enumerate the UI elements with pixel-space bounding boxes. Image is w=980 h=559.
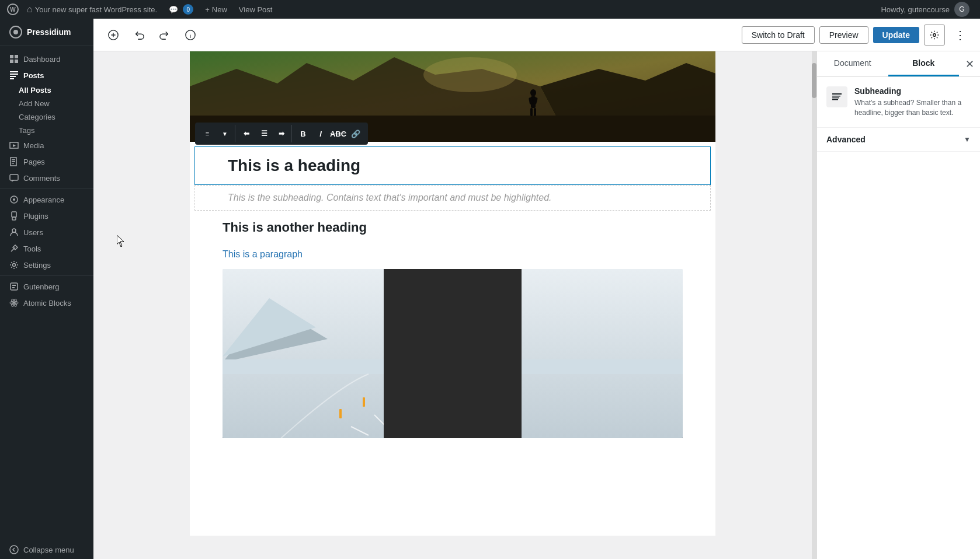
comments-icon [9, 173, 19, 183]
sidebar-item-plugins[interactable]: Plugins [0, 208, 93, 224]
undo-button[interactable] [128, 25, 150, 46]
paragraph-block[interactable]: This is a paragraph [190, 244, 715, 264]
align-dropdown-button[interactable]: ▼ [216, 125, 234, 142]
info-button[interactable]: i [180, 25, 201, 46]
sidebar-item-label: Atomic Blocks [23, 299, 71, 308]
pages-icon [9, 157, 19, 166]
sidebar-item-tools[interactable]: Tools [0, 240, 93, 257]
text-align-group: ⬅ ☰ ➡ [237, 125, 292, 142]
subheading-icon [831, 91, 843, 103]
editor-toolbar: i Switch to Draft Preview Update ⋮ [93, 19, 980, 51]
svg-rect-6 [10, 60, 13, 63]
italic-button[interactable]: I [312, 125, 329, 142]
align-center-button[interactable]: ☰ [255, 125, 273, 142]
advanced-section-title: Advanced [826, 135, 866, 144]
svg-rect-47 [530, 108, 533, 116]
more-options-button[interactable]: ⋮ [950, 25, 971, 46]
sidebar-item-comments[interactable]: Comments [0, 170, 93, 186]
sidebar-item-gutenberg[interactable]: Gutenberg [0, 278, 93, 295]
strikethrough-button[interactable]: ABC [329, 125, 347, 142]
align-right-button[interactable]: ➡ [273, 125, 290, 142]
sidebar-item-atomic-blocks[interactable]: Atomic Blocks [0, 295, 93, 311]
sidebar-item-label: Tools [23, 244, 41, 253]
sidebar-subitem-add-new[interactable]: Add New [0, 97, 93, 110]
svg-point-33 [10, 546, 18, 554]
svg-rect-22 [12, 212, 16, 217]
site-name-link[interactable]: ⌂ Your new super fast WordPress site. [21, 0, 163, 19]
sidebar-subitem-tags[interactable]: Tags [0, 124, 93, 137]
bold-button[interactable]: B [294, 125, 312, 142]
panel-close-button[interactable]: ✕ [959, 54, 980, 75]
view-post-link[interactable]: View Post [233, 0, 279, 19]
right-panel-scroll: Subheading What's a subhead? Smaller tha… [817, 77, 980, 559]
sidebar-collapse-button[interactable]: Collapse menu [0, 540, 93, 559]
sidebar-item-label: Media [23, 141, 44, 150]
scrollbar-thumb[interactable] [812, 63, 816, 98]
subheading-placeholder: This is the subheading. Contains text th… [228, 193, 552, 202]
align-left-button[interactable]: ≡ [199, 125, 216, 142]
svg-rect-48 [534, 108, 536, 116]
svg-rect-18 [10, 174, 18, 180]
sidebar-item-label: Comments [23, 174, 60, 183]
svg-rect-63 [439, 400, 441, 410]
new-content-link[interactable]: + New [199, 0, 233, 19]
users-icon [9, 228, 19, 237]
svg-point-3 [13, 30, 18, 34]
editor-scrollbar[interactable] [812, 51, 816, 559]
user-greeting[interactable]: Howdy, gutencourse G [875, 2, 975, 17]
tools-icon [9, 244, 19, 253]
add-block-button[interactable] [103, 25, 124, 46]
sidebar-item-settings[interactable]: Settings [0, 257, 93, 273]
heading-block-2[interactable]: This is another heading [190, 211, 715, 244]
sidebar-item-dashboard[interactable]: Dashboard [0, 51, 93, 67]
svg-rect-8 [10, 71, 18, 72]
block-info-text: Subheading What's a subhead? Smaller tha… [854, 86, 971, 118]
svg-text:W: W [10, 6, 16, 13]
tab-document[interactable]: Document [817, 51, 888, 76]
svg-rect-4 [10, 55, 13, 58]
plugins-icon [9, 211, 19, 221]
sidebar-subitem-all-posts[interactable]: All Posts [0, 83, 93, 97]
svg-point-24 [12, 229, 16, 232]
add-icon [108, 30, 119, 40]
svg-rect-28 [12, 287, 15, 288]
svg-marker-13 [13, 144, 16, 147]
sidebar-subitem-categories[interactable]: Categories [0, 110, 93, 124]
svg-line-58 [389, 400, 395, 409]
avatar: G [954, 2, 969, 17]
appearance-icon [9, 195, 19, 204]
preview-button[interactable]: Preview [819, 26, 868, 44]
sidebar-item-appearance[interactable]: Appearance [0, 191, 93, 208]
svg-rect-5 [15, 55, 18, 58]
format-toolbar: ≡ ▼ ⬅ ☰ ➡ B I ABC [195, 123, 368, 145]
align-left-text-button[interactable]: ⬅ [238, 125, 255, 142]
redo-button[interactable] [154, 25, 175, 46]
sidebar-item-label: Dashboard [23, 55, 61, 64]
undo-icon [134, 30, 144, 40]
settings-button[interactable] [924, 25, 945, 46]
wp-logo[interactable]: W [5, 0, 21, 19]
sidebar-item-label: Users [23, 228, 43, 237]
heading-block-1[interactable]: ≡ ▼ ⬅ ☰ ➡ B I ABC [194, 146, 711, 185]
comments-link[interactable]: 💬 0 [163, 0, 199, 19]
align-group: ≡ ▼ [197, 125, 235, 142]
svg-rect-49 [223, 269, 683, 438]
tab-block[interactable]: Block [888, 51, 960, 76]
editor-inner: ≡ ▼ ⬅ ☰ ➡ B I ABC [190, 51, 715, 536]
switch-draft-button[interactable]: Switch to Draft [742, 26, 815, 44]
posts-icon [9, 71, 19, 80]
link-button[interactable]: 🔗 [347, 125, 364, 142]
sidebar-item-pages[interactable]: Pages [0, 153, 93, 170]
sidebar-section-main: Dashboard Posts All Posts Add New Catego… [0, 46, 93, 316]
sidebar-item-users[interactable]: Users [0, 224, 93, 240]
svg-rect-17 [12, 163, 14, 164]
sidebar-item-posts[interactable]: Posts [0, 67, 93, 83]
subheading-block[interactable]: This is the subheading. Contains text th… [194, 185, 711, 211]
advanced-section-header[interactable]: Advanced ▼ [826, 135, 971, 144]
brand: Pressidium [0, 19, 93, 46]
road-image-block[interactable] [223, 269, 683, 438]
svg-rect-7 [15, 60, 18, 63]
right-panel: Document Block ✕ [816, 51, 980, 559]
update-button[interactable]: Update [873, 27, 919, 43]
sidebar-item-media[interactable]: Media [0, 137, 93, 153]
